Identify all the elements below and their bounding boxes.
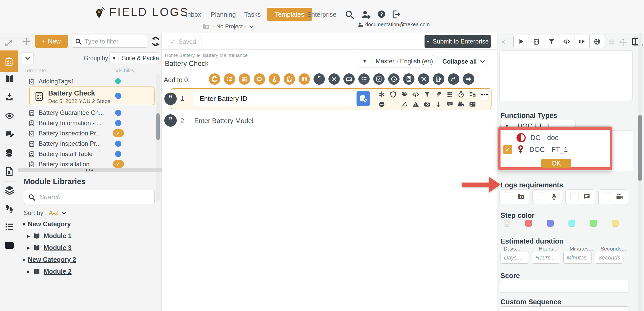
add-loop-icon[interactable] [269, 73, 280, 85]
module-item-module-3[interactable]: ▸ Module 3 [27, 244, 72, 252]
hours-input[interactable] [532, 252, 560, 264]
add-calculator-icon[interactable] [403, 73, 414, 85]
video-icon[interactable] [456, 101, 466, 108]
user-email[interactable]: documentation@trekea.com [358, 22, 430, 28]
add-clipboard-icon[interactable] [284, 73, 295, 85]
template-row[interactable]: Battery Inspection Pr... [28, 139, 139, 149]
template-row[interactable]: Battery Information - ... [28, 118, 139, 128]
nav-item-enterprise[interactable]: Enterprise [307, 8, 336, 21]
nav-item-tasks[interactable]: Tasks [244, 8, 261, 21]
project-selector[interactable]: - No Project - [201, 23, 254, 30]
search-icon[interactable] [345, 10, 354, 19]
module-item-module-1[interactable]: ▸ Module 1 [27, 232, 72, 240]
custom-sequence-input[interactable] [500, 306, 629, 311]
microphone-icon[interactable] [434, 101, 443, 108]
visibility-marker[interactable] [115, 120, 121, 126]
pdf-icon[interactable] [4, 166, 14, 177]
add-input-select-icon[interactable] [343, 73, 355, 85]
add-cross-icon[interactable] [328, 73, 340, 85]
camera-icon[interactable] [422, 101, 432, 108]
category-new-category-2[interactable]: ▾ New Category 2 [23, 256, 76, 263]
paperclip-icon[interactable] [434, 91, 443, 98]
minus-circle-icon[interactable] [377, 101, 386, 108]
move-icon[interactable] [619, 38, 627, 46]
option-row-doc-ft1[interactable]: ✓ DOC FT_1 [503, 144, 568, 155]
checkbox-unchecked[interactable] [603, 193, 611, 201]
id-card-icon[interactable] [468, 101, 477, 108]
add-numbered-list-icon[interactable] [224, 73, 235, 85]
warning-icon[interactable] [411, 101, 420, 108]
collapse-list-button[interactable] [22, 53, 33, 64]
import-tray-icon[interactable] [4, 93, 14, 102]
group-by-dropdown[interactable]: ▼ Suite & Package [109, 53, 159, 64]
swatch-yellow[interactable] [612, 220, 618, 227]
add-form-edit-icon[interactable] [433, 73, 444, 85]
template-row[interactable]: Battery Install Table [28, 149, 139, 159]
footprints-icon[interactable] [4, 203, 14, 214]
stopwatch-icon[interactable] [456, 91, 466, 98]
logout-icon[interactable] [392, 10, 401, 19]
annotation-pencil-icon[interactable] [4, 130, 15, 140]
days-input[interactable] [501, 252, 529, 264]
database-icon[interactable] [4, 148, 14, 158]
visibility-marker[interactable] [115, 93, 121, 99]
add-ring-icon[interactable] [254, 73, 265, 85]
submit-to-enterprise-button[interactable]: ▾ Submit to Enterprise [425, 35, 491, 48]
breadcrumb-item[interactable]: Battery Maintenance [203, 53, 248, 58]
expand-icon[interactable] [4, 39, 13, 47]
code-icon[interactable] [559, 35, 574, 48]
checkbox-unchecked[interactable] [504, 193, 512, 201]
checkbox-checked[interactable]: ✓ [503, 145, 512, 154]
template-clipboard-icon[interactable] [529, 35, 544, 48]
template-row[interactable]: Battery Guarantee Ch... [28, 108, 139, 118]
ramp-icon[interactable] [400, 101, 409, 108]
collapse-all-button[interactable]: Collapse all [441, 55, 487, 68]
book-icon[interactable] [4, 74, 14, 84]
scrollbar-thumb[interactable] [156, 113, 160, 140]
template-filter-input[interactable] [84, 38, 142, 45]
visibility-marker[interactable] [115, 141, 121, 147]
tags-icon[interactable] [400, 91, 409, 98]
seconds-input[interactable] [595, 252, 623, 264]
checkbox-unchecked[interactable] [503, 133, 512, 142]
rail-item-templates[interactable] [0, 50, 18, 72]
add-crossed-tools-icon[interactable] [418, 73, 429, 85]
score-input[interactable] [500, 280, 629, 292]
add-quote-icon[interactable]: ❞ [313, 73, 325, 85]
visibility-marker[interactable] [115, 78, 121, 84]
user-settings-icon[interactable] [361, 10, 371, 20]
module-search-input[interactable] [39, 193, 148, 201]
checkbox-unchecked[interactable] [570, 193, 579, 201]
code-icon[interactable] [411, 91, 420, 98]
step-forward-icon[interactable] [574, 35, 590, 48]
panel-splitter[interactable]: ••• [18, 168, 162, 172]
play-icon[interactable] [513, 35, 529, 48]
globe-icon[interactable] [590, 35, 605, 48]
visibility-marker[interactable]: ✓ [113, 129, 124, 137]
add-hook-icon[interactable] [209, 73, 220, 85]
visibility-marker[interactable] [115, 110, 121, 116]
swatch-cyan[interactable] [569, 220, 575, 227]
brand-logo[interactable]: FIELD LOGS [95, 6, 189, 19]
nav-item-templates[interactable]: Templates [267, 8, 312, 21]
option-row-dc-doc[interactable]: DC doc [503, 132, 558, 143]
swatch-green[interactable] [590, 220, 597, 227]
swatch-none[interactable]: ✕ [504, 220, 510, 227]
eye-icon[interactable] [4, 111, 15, 120]
add-arrow-right-icon[interactable] [463, 73, 474, 85]
add-curved-arrow-icon[interactable] [448, 73, 459, 85]
module-item-module-2[interactable]: ▸ Module 2 [27, 268, 72, 275]
list-db-icon[interactable] [468, 91, 477, 98]
minutes-input[interactable] [563, 252, 592, 264]
more-options-button[interactable]: ••• [481, 89, 489, 100]
layers-icon[interactable] [4, 185, 15, 195]
new-template-button[interactable]: ▾ New [35, 35, 68, 48]
card-icon[interactable] [5, 242, 14, 249]
funnel-icon[interactable] [422, 91, 432, 98]
grid-icon[interactable] [445, 91, 454, 98]
swatch-red[interactable] [525, 220, 532, 227]
step-text[interactable]: Enter Battery Model [194, 117, 253, 125]
nav-item-planning[interactable]: Planning [211, 8, 236, 21]
template-row-selected[interactable]: Battery Check Dec 5, 2022 YOU 2 Steps [29, 87, 155, 105]
numbered-list-icon[interactable] [4, 222, 14, 232]
